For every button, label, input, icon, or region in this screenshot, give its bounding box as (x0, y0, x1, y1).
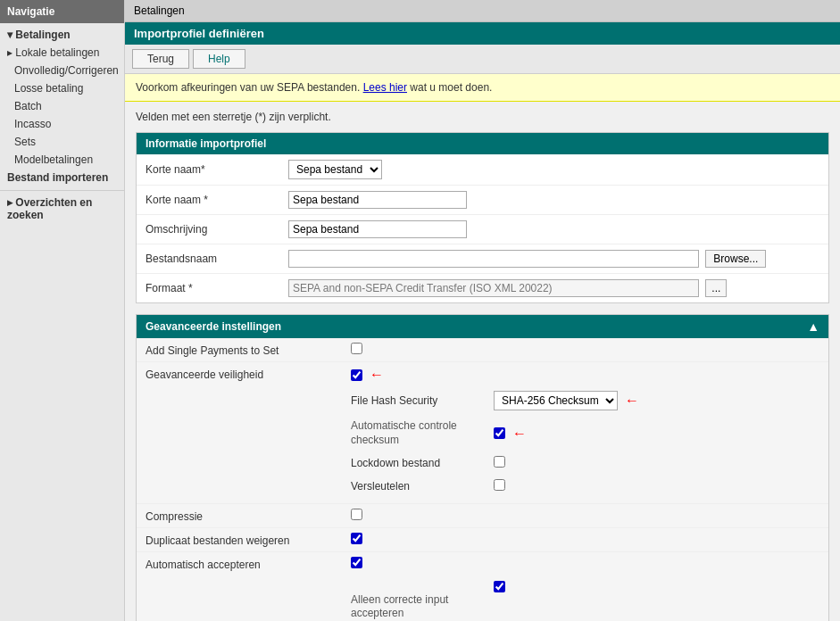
form-row-omschrijving: Omschrijving (137, 215, 828, 244)
advanced-section: Geavanceerde instellingen ▲ Add Single P… (136, 314, 829, 621)
warning-link[interactable]: Lees hier (363, 81, 407, 94)
label-bestandsnaam: Bestandsnaam (146, 253, 288, 265)
label-korte-naam-text: Korte naam * (146, 194, 288, 206)
lockdown-checkbox[interactable] (494, 456, 505, 468)
sidebar-item-bestand-importeren[interactable]: Bestand importeren (0, 169, 124, 186)
auto-accept-checkbox[interactable] (351, 557, 362, 568)
sub-row-lockdown: Lockdown bestand (351, 453, 819, 473)
sidebar-item-sets[interactable]: Sets (0, 133, 124, 151)
label-omschrijving: Omschrijving (146, 223, 288, 236)
label-auto-accept: Automatisch accepteren (146, 557, 351, 571)
control-korte-naam-select: Sepa bestand (288, 160, 819, 179)
sidebar-header: Navigatie (0, 0, 124, 23)
red-arrow-2: ← (625, 393, 639, 409)
main-content: Betalingen Importprofiel definiëren Teru… (125, 0, 840, 621)
omschrijving-input[interactable] (288, 220, 467, 238)
label-versleutelen: Versleutelen (351, 480, 494, 493)
control-versleutelen (494, 479, 819, 493)
sidebar-item-modelbetalingen[interactable]: Modelbetalingen (0, 151, 124, 169)
info-section-body: Korte naam* Sepa bestand Korte naam * (137, 154, 828, 302)
control-file-hash: SHA-256 Checksum MD5 None ← (494, 391, 819, 410)
auto-controle-checkbox[interactable] (494, 427, 505, 439)
label-lockdown: Lockdown bestand (351, 457, 494, 469)
red-arrow-3: ← (512, 426, 527, 442)
control-auto-accept (351, 557, 819, 568)
adv-row-geavanceerde-veiligheid: Geavanceerde veiligheid ← File Hash Secu… (137, 362, 828, 504)
sub-row-file-hash: File Hash Security SHA-256 Checksum MD5 … (351, 388, 819, 413)
adv-row-add-single: Add Single Payments to Set (137, 338, 828, 362)
sidebar-item-batch[interactable]: Batch (0, 97, 124, 115)
sub-row-versleutelen: Versleutelen (351, 476, 819, 496)
sub-row-auto-controle: Automatische controle checksum ← (351, 417, 819, 450)
label-geavanceerde-veiligheid: Geavanceerde veiligheid (146, 367, 351, 381)
label-formaat: Formaat * (146, 282, 288, 294)
warning-bar: Voorkom afkeuringen van uw SEPA bestande… (125, 74, 840, 102)
compressie-checkbox[interactable] (351, 509, 362, 520)
warning-suffix: wat u moet doen. (410, 81, 492, 94)
control-duplicaat (351, 533, 819, 544)
sidebar-section-betalingen: ▾ Betalingen (0, 23, 124, 44)
alleen-correcte-checkbox[interactable] (494, 581, 505, 592)
label-file-hash: File Hash Security (351, 394, 494, 407)
add-single-checkbox[interactable] (351, 343, 362, 354)
collapse-icon: ▲ (807, 319, 819, 334)
form-row-korte-naam-select: Korte naam* Sepa bestand (137, 154, 828, 186)
browse-button[interactable]: Browse... (705, 250, 766, 268)
label-add-single: Add Single Payments to Set (146, 343, 351, 357)
control-compressie (351, 509, 819, 520)
label-auto-controle: Automatische controle checksum (351, 419, 457, 446)
control-omschrijving (288, 220, 819, 238)
adv-row-auto-accept: Automatisch accepteren Alleen correcte i… (137, 552, 828, 621)
advanced-section-header[interactable]: Geavanceerde instellingen ▲ (137, 315, 828, 338)
required-note: Velden met een sterretje (*) zijn verpli… (136, 111, 829, 123)
adv-row-duplicaat: Duplicaat bestanden weigeren (137, 528, 828, 552)
form-row-bestandsnaam: Bestandsnaam Browse... (137, 244, 828, 274)
formaat-input[interactable] (288, 279, 699, 297)
sidebar-section-overzichten: ▸ Overzichten en zoeken (0, 190, 124, 224)
main-header: Betalingen (125, 0, 840, 22)
sidebar-item-losse-betaling[interactable]: Losse betaling (0, 79, 124, 97)
sub-row-alleen-correcte: Alleen correcte input accepteren (351, 576, 819, 621)
back-button[interactable]: Terug (132, 49, 189, 69)
control-bestandsnaam: Browse... (288, 250, 819, 268)
red-arrow-1: ← (370, 367, 384, 383)
sidebar-item-onvolledig[interactable]: Onvolledig/Corrigeren (0, 62, 124, 79)
duplicaat-checkbox[interactable] (351, 533, 362, 544)
sidebar-item-lokale-betalingen[interactable]: ▸ Lokale betalingen (0, 44, 124, 62)
form-row-formaat: Formaat * ... (137, 274, 828, 302)
versleutelen-checkbox[interactable] (494, 479, 505, 491)
formaat-ellipsis-button[interactable]: ... (705, 279, 727, 297)
label-alleen-correcte: Alleen correcte input accepteren (351, 593, 448, 620)
advanced-section-title: Geavanceerde instellingen (146, 320, 281, 333)
control-geavanceerde-veiligheid: ← (351, 367, 819, 383)
button-bar: Terug Help (125, 45, 840, 74)
label-korte-naam-select: Korte naam* (146, 163, 288, 176)
file-hash-dropdown[interactable]: SHA-256 Checksum MD5 None (494, 391, 618, 410)
sidebar-item-incasso[interactable]: Incasso (0, 115, 124, 133)
control-lockdown (494, 456, 819, 470)
advanced-section-body: Add Single Payments to Set Geavanceerde … (137, 338, 828, 621)
adv-row-compressie: Compressie (137, 504, 828, 528)
help-button[interactable]: Help (193, 49, 245, 69)
info-section: Informatie importprofiel Korte naam* Sep… (136, 132, 829, 303)
info-section-header: Informatie importprofiel (137, 133, 828, 154)
label-compressie: Compressie (146, 509, 351, 523)
sidebar: Navigatie ▾ Betalingen ▸ Lokale betaling… (0, 0, 125, 621)
control-korte-naam-text (288, 191, 819, 209)
form-row-korte-naam-text: Korte naam * (137, 186, 828, 215)
geavanceerde-veiligheid-checkbox[interactable] (351, 369, 362, 381)
korte-naam-dropdown[interactable]: Sepa bestand (288, 160, 382, 179)
control-formaat: ... (288, 279, 819, 297)
warning-text: Voorkom afkeuringen van uw SEPA bestande… (136, 81, 360, 94)
control-add-single (351, 343, 819, 354)
label-duplicaat: Duplicaat bestanden weigeren (146, 533, 351, 547)
page-title: Importprofiel definiëren (125, 22, 840, 45)
korte-naam-input[interactable] (288, 191, 467, 209)
bestandsnaam-input[interactable] (288, 250, 699, 268)
